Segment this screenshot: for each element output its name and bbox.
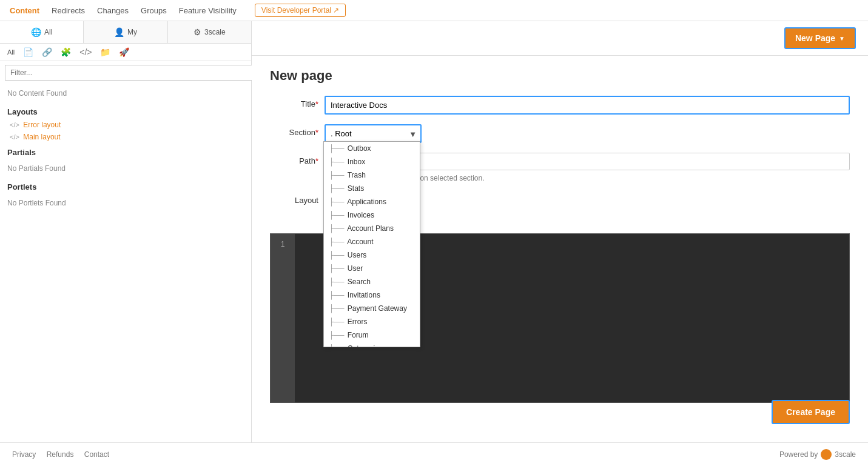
filter-all-button[interactable]: All [5,47,17,57]
title-label: Title* [270,96,318,108]
no-partials-label: No Partials Found [0,159,251,178]
nav-feature-visibility[interactable]: Feature Visibility [179,6,237,15]
globe-icon: 🌐 [31,27,41,37]
dropdown-item-inbox[interactable]: ├── Inbox [324,155,420,168]
dropdown-item-trash[interactable]: ├── Trash [324,168,420,182]
filter-rocket-icon-button[interactable]: 🚀 [116,46,132,58]
footer-contact-link[interactable]: Contact [84,450,109,459]
section-select[interactable]: . Root [325,124,422,143]
dropdown-item-applications[interactable]: ├── Applications [324,195,420,208]
path-label: Path* [270,153,318,165]
sidebar-tab-3scale[interactable]: ⚙ 3scale [168,21,251,43]
dropdown-item-errors[interactable]: ├── Errors [324,315,420,328]
sidebar-filter-row: All 📄 🔗 🧩 </> 📁 🚀 [0,44,251,61]
user-icon: 👤 [114,27,124,37]
title-row: Title* [270,96,850,115]
content-area: New page Title* Section* . Root [252,56,868,442]
footer-links: Privacy Refunds Contact [12,450,118,459]
line-number-1: 1 [271,239,295,250]
new-page-label: New Page [795,33,835,43]
sidebar-tab-my[interactable]: 👤 My [84,21,167,43]
dropdown-item-search[interactable]: ├── Search [324,275,420,288]
dropdown-item-categories[interactable]: ├── Categories [324,342,420,347]
section-label: Section* [270,124,318,137]
footer: Privacy Refunds Contact Powered by 3scal… [0,442,868,466]
error-layout-item[interactable]: </> Error layout [0,119,251,131]
dropdown-item-outbox[interactable]: ├── Outbox [324,142,420,155]
filter-link-icon-button[interactable]: 🔗 [39,46,55,58]
layouts-section-title: Layouts [0,102,251,119]
new-page-button[interactable]: New Page ▼ [784,27,856,49]
sidebar-tab-3scale-label: 3scale [204,28,226,36]
dropdown-item-stats[interactable]: ├── Stats [324,182,420,195]
create-page-button[interactable]: Create Page [772,400,850,424]
section-row: Section* . Root ▼ ├── Outbox [270,124,850,143]
filter-page-icon-button[interactable]: 📄 [21,46,36,58]
title-input[interactable] [325,96,850,115]
main-layout-item[interactable]: </> Main layout [0,131,251,143]
powered-label: Powered by [779,450,818,459]
dropdown-item-invitations[interactable]: ├── Invitations [324,288,420,302]
portlets-section-title: Portlets [0,178,251,194]
nav-content[interactable]: Content [10,6,39,15]
main-layout-label: Main layout [23,133,60,141]
new-page-dropdown-arrow: ▼ [839,35,845,42]
brand-label: 3scale [835,450,856,459]
filter-code-icon-button[interactable]: </> [77,46,94,58]
nav-groups[interactable]: Groups [141,6,167,15]
visit-dev-portal-link[interactable]: Visit Developer Portal ↗ [255,4,346,17]
dropdown-item-forum[interactable]: ├── Forum [324,328,420,342]
sidebar-tab-all-label: All [44,28,52,36]
section-dropdown-container: . Root ▼ [325,124,422,143]
dropdown-item-users[interactable]: ├── Users [324,248,420,262]
page-title: New page [270,68,850,84]
top-nav: Content Redirects Changes Groups Feature… [0,0,868,21]
sidebar-filter-input[interactable] [5,65,256,81]
code-tag-main: </> [10,133,19,141]
powered-by: Powered by 3scale [779,449,856,460]
dropdown-item-account-plans[interactable]: ├── Account Plans [324,222,420,235]
sidebar-tab-my-label: My [127,28,137,36]
section-dropdown-menu[interactable]: ├── Outbox ├── Inbox ├── Trash ├── [323,141,420,347]
footer-refunds-link[interactable]: Refunds [47,450,74,459]
filter-partial-icon-button[interactable]: 🧩 [58,46,73,58]
dropdown-item-user[interactable]: ├── User [324,262,420,275]
nav-redirects[interactable]: Redirects [52,6,85,15]
no-portlets-label: No Portlets Found [0,194,251,212]
gear-icon: ⚙ [193,27,201,37]
3scale-logo-icon [821,449,832,460]
no-content-label: No Content Found [0,84,251,102]
line-numbers: 1 [271,234,295,402]
filter-folder-icon-button[interactable]: 📁 [98,46,113,58]
code-tag-error: </> [10,121,19,128]
sidebar: 🌐 All 👤 My ⚙ 3scale All 📄 🔗 🧩 </> [0,21,252,442]
error-layout-label: Error layout [23,121,61,129]
header-bar: New Page ▼ [252,21,868,56]
dropdown-item-invoices[interactable]: ├── Invoices [324,208,420,222]
dropdown-item-payment-gateway[interactable]: ├── Payment Gateway [324,302,420,315]
partials-section-title: Partials [0,143,251,159]
nav-changes[interactable]: Changes [97,6,129,15]
footer-privacy-link[interactable]: Privacy [12,450,36,459]
sidebar-tab-all[interactable]: 🌐 All [0,21,84,43]
sidebar-top-tabs: 🌐 All 👤 My ⚙ 3scale [0,21,251,44]
layout-label: Layout [270,192,318,205]
dropdown-item-account[interactable]: ├── Account [324,235,420,248]
